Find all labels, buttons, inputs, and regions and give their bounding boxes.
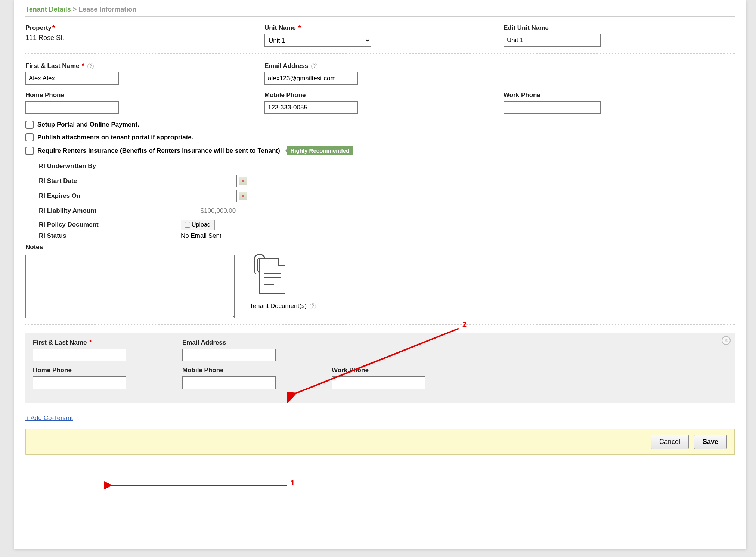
ri-liability-input[interactable] [181,205,255,217]
edit-unit-label: Edit Unit Name [504,24,653,32]
cancel-button[interactable]: Cancel [651,435,689,449]
ri-status-value: No Email Sent [181,232,221,240]
cotenant-section: ✕ First & Last Name * Email Address Home… [25,333,735,403]
require-insurance-label: Require Renters Insurance (Benefits of R… [37,147,280,155]
ri-underwritten-label: RI Underwritten By [39,162,181,170]
annotation-arrow-1 [104,478,298,493]
calendar-icon[interactable] [239,192,247,200]
breadcrumb-inactive[interactable]: Lease Information [78,6,136,13]
ri-start-input[interactable] [181,175,237,187]
close-icon[interactable]: ✕ [722,336,731,345]
document-icon[interactable] [250,255,287,299]
name-label: First & Last Name * ? [25,62,250,70]
footer-bar: Cancel Save [25,429,735,455]
co-work-label: Work Phone [332,367,425,374]
edit-unit-input[interactable] [504,34,601,47]
email-input[interactable] [264,72,358,85]
co-mobile-input[interactable] [182,376,276,389]
ri-status-label: RI Status [39,232,181,240]
help-icon[interactable]: ? [87,63,94,69]
save-button[interactable]: Save [694,435,727,449]
email-label: Email Address ? [264,62,489,70]
ri-expires-input[interactable] [181,190,237,202]
home-phone-input[interactable] [25,101,119,114]
unit-name-label: Unit Name * [264,24,489,32]
co-email-label: Email Address [182,339,276,346]
ri-policy-label: RI Policy Document [39,221,181,228]
co-home-input[interactable] [33,376,126,389]
tenant-documents-label: Tenant Document(s) ? [250,302,316,310]
publish-attachments-checkbox[interactable] [25,133,34,141]
setup-portal-label: Setup Portal and Online Payment. [37,121,139,128]
property-label: Property* [25,24,250,32]
publish-attachments-label: Publish attachments on tenant portal if … [37,134,193,141]
ri-underwritten-input[interactable] [181,160,326,172]
co-home-label: Home Phone [33,367,126,374]
require-insurance-checkbox[interactable] [25,147,34,155]
calendar-icon[interactable] [239,177,247,185]
co-name-label: First & Last Name * [33,339,126,346]
breadcrumb: Tenant Details > Lease Information [25,6,735,17]
upload-icon [185,222,190,228]
ri-start-label: RI Start Date [39,177,181,185]
notes-textarea[interactable] [25,255,235,318]
setup-portal-checkbox[interactable] [25,121,34,129]
add-cotenant-link[interactable]: + Add Co-Tenant [25,414,73,422]
property-value: 111 Rose St. [25,34,250,42]
highly-recommended-badge: Highly Recommended [287,146,353,155]
work-phone-label: Work Phone [504,91,653,99]
divider [25,324,735,325]
name-input[interactable] [25,72,119,85]
mobile-phone-input[interactable] [264,101,358,114]
breadcrumb-active[interactable]: Tenant Details [25,6,71,13]
notes-label: Notes [25,243,735,251]
home-phone-label: Home Phone [25,91,250,99]
help-icon[interactable]: ? [311,63,317,69]
breadcrumb-sep: > [73,6,77,13]
annotation-2: 2 [462,320,467,329]
co-email-input[interactable] [182,349,276,361]
help-icon[interactable]: ? [310,303,316,309]
work-phone-input[interactable] [504,101,601,114]
co-work-input[interactable] [332,376,425,389]
ri-liability-label: RI Liability Amount [39,207,181,215]
annotation-1: 1 [291,479,295,487]
ri-expires-label: RI Expires On [39,192,181,200]
co-mobile-label: Mobile Phone [182,367,276,374]
divider [25,53,735,54]
upload-button[interactable]: Upload [181,220,215,230]
unit-name-select[interactable]: Unit 1 [264,34,371,47]
mobile-phone-label: Mobile Phone [264,91,489,99]
co-name-input[interactable] [33,349,126,361]
